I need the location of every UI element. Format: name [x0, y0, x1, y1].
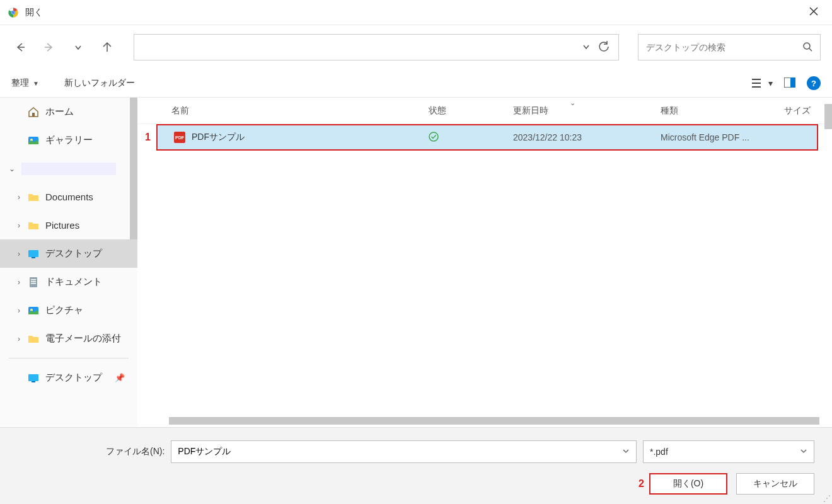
sort-indicator-icon: ⌄	[570, 99, 575, 107]
chevron-down-icon: ⌄	[9, 164, 15, 173]
open-button[interactable]: 開く(O)	[649, 473, 727, 495]
sidebar-label: ホーム	[45, 106, 74, 118]
help-button[interactable]: ?	[807, 76, 821, 90]
filelist-scrollbar[interactable]	[824, 104, 832, 129]
search-input[interactable]	[646, 42, 802, 52]
sidebar: ホーム ギャラリー ⌄ › Documents › Pictures › デスク…	[0, 98, 137, 427]
refresh-button[interactable]	[596, 41, 612, 54]
up-button[interactable]	[98, 38, 116, 56]
desktop-icon	[28, 248, 39, 260]
chevron-right-icon: ›	[18, 306, 20, 315]
filename-combobox[interactable]	[171, 440, 637, 463]
folder-icon	[28, 220, 39, 231]
window-title: 開く	[25, 7, 43, 18]
column-size[interactable]: サイズ	[784, 105, 822, 117]
sidebar-label: 電子メールの添付	[45, 333, 121, 345]
cancel-button[interactable]: キャンセル	[736, 473, 814, 495]
back-button[interactable]	[11, 38, 29, 56]
column-date[interactable]: ⌄ 更新日時	[513, 105, 661, 117]
sidebar-label: Pictures	[45, 220, 79, 231]
svg-rect-16	[31, 283, 36, 284]
filelist-hscrollbar[interactable]	[169, 417, 819, 425]
pdf-icon: PDF	[174, 132, 185, 143]
file-row[interactable]: 1 PDF PDFサンプル 2023/12/22 10:23 Microsoft…	[156, 124, 818, 151]
main-area: ホーム ギャラリー ⌄ › Documents › Pictures › デスク…	[0, 97, 832, 427]
chevron-right-icon: ›	[18, 221, 20, 230]
recent-dropdown[interactable]	[69, 38, 87, 56]
svg-point-4	[12, 11, 15, 14]
sidebar-separator	[9, 358, 129, 358]
document-icon	[28, 277, 39, 288]
pictures-icon	[28, 305, 39, 316]
search-icon[interactable]	[802, 42, 812, 54]
desktop-icon	[28, 372, 39, 384]
address-bar[interactable]	[134, 34, 619, 60]
svg-rect-19	[28, 374, 38, 381]
column-headers: 名前 状態 ⌄ 更新日時 種類 サイズ	[137, 98, 832, 124]
svg-rect-15	[31, 281, 36, 282]
gallery-icon	[28, 135, 39, 146]
sidebar-item-home[interactable]: ホーム	[0, 98, 137, 126]
annotation-1: 1	[145, 132, 151, 143]
sidebar-item-pictures-jp[interactable]: › ピクチャ	[0, 296, 137, 324]
file-name: PDFサンプル	[192, 132, 429, 143]
filename-label: ファイル名(N):	[106, 446, 165, 457]
filetype-dropdown-icon[interactable]	[800, 447, 807, 457]
sidebar-label: Documents	[45, 192, 93, 202]
column-type[interactable]: 種類	[661, 105, 784, 117]
new-folder-button[interactable]: 新しいフォルダー	[64, 77, 135, 89]
svg-rect-7	[790, 77, 795, 88]
sidebar-label: デスクトップ	[45, 372, 102, 384]
titlebar: 開く	[0, 0, 832, 25]
sidebar-label: ピクチャ	[45, 304, 83, 316]
folder-icon	[28, 192, 39, 203]
column-name[interactable]: 名前	[171, 105, 429, 117]
sync-ok-icon	[429, 132, 439, 142]
file-type: Microsoft Edge PDF ...	[661, 132, 787, 142]
preview-pane-button[interactable]	[784, 77, 795, 89]
filetype-text: *.pdf	[650, 447, 800, 457]
organize-caret-icon[interactable]: ▼	[33, 80, 39, 87]
folder-icon	[28, 333, 39, 345]
column-date-label: 更新日時	[513, 105, 548, 115]
address-dropdown[interactable]	[577, 42, 596, 53]
filename-dropdown-icon[interactable]	[622, 447, 630, 457]
sidebar-label: ギャラリー	[45, 134, 93, 146]
svg-point-5	[804, 43, 810, 49]
close-button[interactable]	[803, 3, 824, 21]
svg-rect-13	[30, 277, 37, 287]
sidebar-item-pictures[interactable]: › Pictures	[0, 211, 137, 239]
address-input[interactable]	[141, 42, 577, 52]
svg-rect-14	[31, 279, 36, 280]
sidebar-item-documents-jp[interactable]: › ドキュメント	[0, 268, 137, 296]
organize-menu[interactable]: 整理	[11, 77, 29, 89]
sidebar-item-gallery[interactable]: ギャラリー	[0, 126, 137, 154]
filename-input[interactable]	[178, 447, 622, 457]
navbar	[0, 25, 832, 69]
svg-point-21	[429, 132, 438, 141]
sidebar-item-desktop-pinned[interactable]: デスクトップ 📌	[0, 364, 137, 392]
resize-grip-icon[interactable]: ⋰	[823, 494, 831, 503]
search-box[interactable]	[638, 34, 821, 60]
pin-icon[interactable]: 📌	[115, 373, 125, 382]
sidebar-item-desktop[interactable]: › デスクトップ	[0, 239, 137, 268]
chevron-right-icon: ›	[18, 278, 20, 287]
forward-button[interactable]	[40, 38, 58, 56]
sidebar-label: デスクトップ	[45, 248, 102, 260]
filetype-combobox[interactable]: *.pdf	[643, 440, 814, 463]
view-mode-button[interactable]: ▾	[752, 78, 773, 88]
sidebar-item-email[interactable]: › 電子メールの添付	[0, 324, 137, 353]
file-status	[429, 132, 513, 144]
column-status[interactable]: 状態	[429, 105, 513, 117]
sidebar-label: ドキュメント	[45, 276, 102, 288]
sidebar-item-documents[interactable]: › Documents	[0, 183, 137, 211]
home-icon	[28, 106, 39, 118]
annotation-2: 2	[638, 478, 644, 490]
chevron-right-icon: ›	[18, 249, 20, 258]
sidebar-placeholder	[21, 163, 116, 175]
svg-rect-11	[28, 250, 38, 257]
chrome-icon	[8, 7, 19, 18]
file-date: 2023/12/22 10:23	[513, 132, 661, 142]
sidebar-group-collapsed[interactable]: ⌄	[0, 154, 137, 183]
chevron-right-icon: ›	[18, 335, 20, 343]
